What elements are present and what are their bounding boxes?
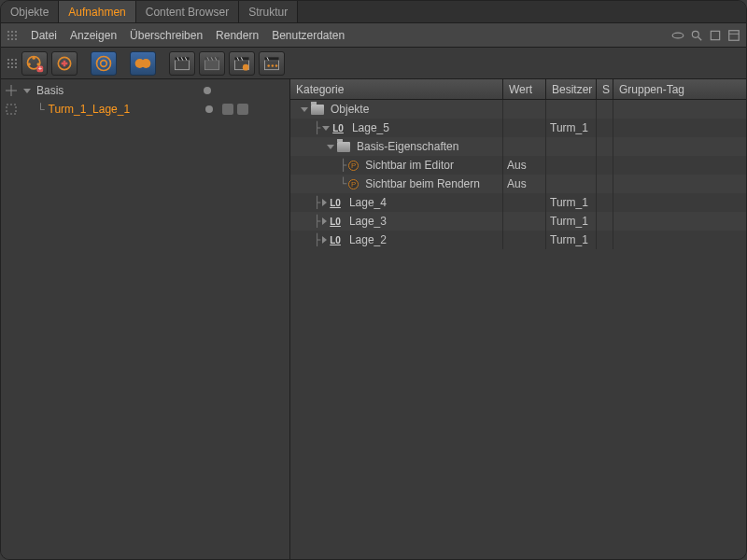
- tool-peanut-link[interactable]: [130, 51, 156, 76]
- expand-icon[interactable]: [327, 145, 334, 149]
- expand-icon[interactable]: [23, 89, 31, 93]
- col-wert[interactable]: Wert: [503, 79, 546, 99]
- category-cell: ├L0Lage_4: [290, 193, 503, 212]
- svg-point-15: [97, 56, 111, 70]
- svg-text:+: +: [38, 64, 43, 73]
- s-cell: [597, 231, 613, 249]
- menu-anzeigen[interactable]: Anzeigen: [70, 29, 117, 42]
- collapse-icon[interactable]: [322, 199, 327, 206]
- tool-clapper-disabled[interactable]: [199, 51, 225, 76]
- table-row[interactable]: ├L0Lage_2Turm_1: [290, 231, 746, 249]
- row-label: Lage_4: [349, 196, 387, 209]
- category-cell: Basis-Eigenschaften: [290, 137, 503, 156]
- toolbar-grip-icon[interactable]: [7, 58, 18, 69]
- value-cell: [503, 100, 546, 119]
- layout-icon[interactable]: [727, 29, 740, 42]
- tool-reel-add[interactable]: +: [21, 51, 48, 76]
- menu-benutzerdaten[interactable]: Benutzerdaten: [272, 29, 345, 42]
- value-cell[interactable]: Aus: [503, 156, 546, 175]
- row-label: Sichtbar beim Rendern: [365, 177, 480, 190]
- svg-point-8: [28, 63, 31, 65]
- branch-icon: ├: [314, 196, 319, 209]
- tool-reel-plus[interactable]: [51, 51, 78, 76]
- tab-struktur[interactable]: Struktur: [239, 1, 298, 22]
- col-kategorie[interactable]: Kategorie: [290, 79, 503, 99]
- row-label: Objekte: [331, 103, 369, 116]
- svg-point-0: [672, 33, 684, 38]
- s-cell: [597, 156, 613, 175]
- value-cell: [503, 119, 546, 137]
- col-s[interactable]: S: [597, 79, 613, 99]
- table-row[interactable]: ├L0Lage_4Turm_1: [290, 193, 746, 212]
- table-row[interactable]: └PSichtbar beim RendernAus: [290, 175, 746, 193]
- s-cell: [597, 212, 613, 231]
- menu-rendern[interactable]: Rendern: [216, 29, 259, 42]
- collapse-icon[interactable]: [322, 236, 327, 244]
- svg-point-33: [243, 63, 249, 70]
- branch-icon: └: [36, 103, 45, 116]
- expand-icon[interactable]: [301, 107, 308, 112]
- group-tag-cell: [613, 175, 746, 193]
- tree-row-root[interactable]: Basis: [1, 81, 289, 100]
- svg-point-16: [101, 60, 107, 66]
- svg-rect-42: [7, 105, 16, 114]
- value-cell: [503, 193, 546, 212]
- col-gruppen-tag[interactable]: Gruppen-Tag: [613, 79, 746, 99]
- search-icon[interactable]: [690, 29, 703, 42]
- category-cell: ├L0Lage_2: [290, 231, 503, 249]
- layer-icon: L0: [330, 217, 341, 227]
- value-cell[interactable]: Aus: [503, 175, 546, 193]
- group-tag-cell: [613, 100, 746, 119]
- tree-row-child[interactable]: └ Turm_1_Lage_1: [1, 100, 289, 119]
- crosshair-icon: [5, 84, 18, 97]
- col-besitzer[interactable]: Besitzer: [546, 79, 597, 99]
- status-dot-icon: [204, 87, 211, 94]
- menu-datei[interactable]: Datei: [31, 29, 57, 42]
- expand-icon[interactable]: [322, 126, 330, 131]
- row-label: Basis-Eigenschaften: [357, 140, 458, 153]
- table-row[interactable]: ├PSichtbar im EditorAus: [290, 156, 746, 175]
- row-label: Lage_5: [352, 121, 389, 134]
- property-table: Kategorie Wert Besitzer S Gruppen-Tag Ob…: [290, 79, 746, 559]
- menu-ueberschreiben[interactable]: Überschreiben: [130, 29, 203, 42]
- s-cell: [597, 193, 613, 212]
- window-icon[interactable]: [709, 29, 722, 42]
- owner-cell: [546, 175, 597, 193]
- table-row[interactable]: Basis-Eigenschaften: [290, 137, 746, 156]
- row-label: Lage_3: [349, 215, 387, 228]
- owner-cell: [546, 137, 597, 156]
- tab-content-browser[interactable]: Content Browser: [136, 1, 239, 22]
- branch-icon: ├: [314, 121, 319, 134]
- svg-line-2: [698, 36, 702, 40]
- svg-rect-3: [711, 31, 719, 39]
- owner-cell: Turm_1: [546, 212, 597, 231]
- s-cell: [597, 137, 613, 156]
- eye-icon[interactable]: [671, 29, 684, 42]
- mini-icon-b[interactable]: [237, 104, 248, 115]
- tool-clapper-orange[interactable]: [229, 51, 255, 76]
- tool-clapper-dots[interactable]: [259, 51, 285, 76]
- table-row[interactable]: ├L0Lage_5Turm_1: [290, 119, 746, 137]
- branch-icon: ├: [314, 233, 319, 246]
- owner-cell: Turm_1: [546, 231, 597, 249]
- row-label: Lage_2: [349, 233, 387, 246]
- tool-clapper-a[interactable]: [169, 51, 195, 76]
- tab-aufnahmen[interactable]: Aufnahmen: [59, 1, 135, 22]
- layer-icon: L0: [330, 198, 341, 208]
- svg-point-7: [33, 56, 35, 59]
- owner-cell: Turm_1: [546, 119, 597, 137]
- collapse-icon[interactable]: [322, 217, 327, 225]
- menu-bar: Datei Anzeigen Überschreiben Rendern Ben…: [1, 23, 746, 48]
- category-cell: Objekte: [290, 100, 503, 119]
- table-row[interactable]: ├L0Lage_3Turm_1: [290, 212, 746, 231]
- owner-cell: Turm_1: [546, 193, 597, 212]
- status-dot-icon: [205, 105, 213, 113]
- mini-icon-a[interactable]: [222, 104, 233, 115]
- tool-spiral-record[interactable]: [91, 51, 117, 76]
- tab-objekte[interactable]: Objekte: [1, 1, 59, 22]
- svg-rect-4: [729, 30, 740, 40]
- table-row[interactable]: Objekte: [290, 100, 746, 119]
- grip-icon[interactable]: [7, 30, 18, 41]
- value-cell: [503, 231, 546, 249]
- group-tag-cell: [613, 137, 746, 156]
